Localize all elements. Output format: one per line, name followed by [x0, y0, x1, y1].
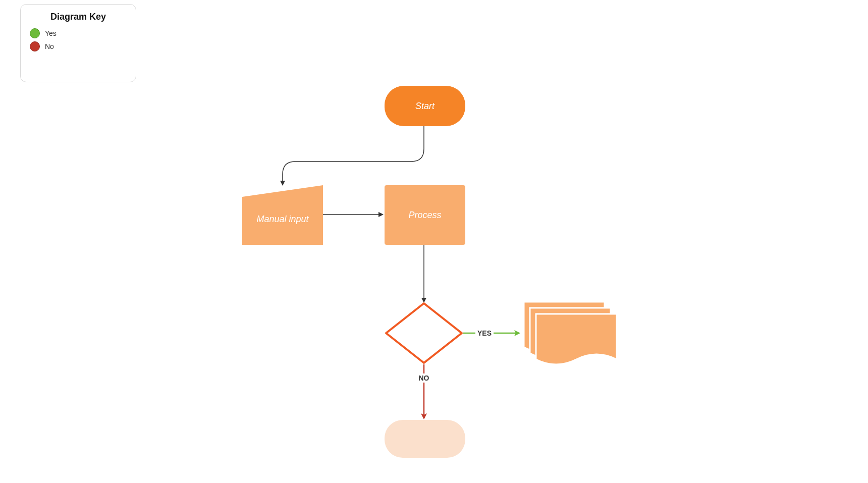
node-end[interactable] [385, 420, 465, 458]
svg-rect-2 [385, 420, 465, 458]
node-manual-input[interactable]: Manual input [242, 185, 323, 245]
flowchart-svg: YES YES NO Start Manual input Process [0, 0, 868, 483]
node-process[interactable]: Process [385, 185, 465, 245]
node-manual-input-label: Manual input [256, 214, 309, 224]
node-start-label: Start [415, 101, 435, 111]
node-decision[interactable] [386, 303, 462, 363]
node-start[interactable]: Start [385, 86, 465, 126]
edge-label-yes-text: YES [477, 329, 492, 337]
node-multi-document[interactable] [524, 302, 617, 364]
node-process-label: Process [408, 210, 441, 220]
edge-start-to-manualinput [283, 126, 424, 185]
edge-label-no-text: NO [419, 374, 429, 382]
diagram-canvas: Diagram Key Yes No [0, 0, 868, 483]
